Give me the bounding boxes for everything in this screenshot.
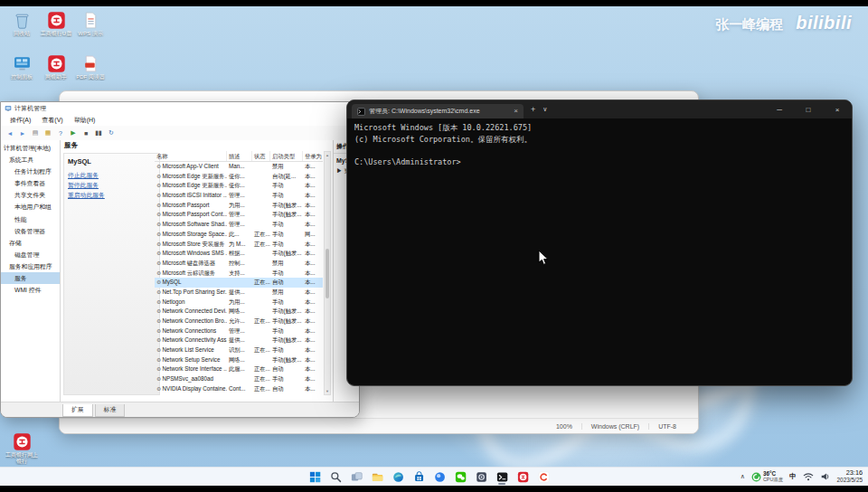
desktop-icon[interactable]: 回收站	[5, 11, 38, 37]
column-header[interactable]: 名称	[155, 151, 227, 161]
browser-taskbar-icon[interactable]	[431, 468, 448, 485]
mmc-toolbar-button[interactable]: ↻	[106, 128, 117, 138]
tree-item[interactable]: 共享文件夹	[1, 189, 60, 201]
service-row[interactable]: ⚙Microsoft Software Shad...管理...手动本...	[155, 220, 323, 230]
column-header[interactable]: 启动类型	[270, 151, 303, 161]
service-row[interactable]: ⚙Microsoft Edge 更新服务...使你...手动本...	[155, 181, 323, 191]
mmc-toolbar-button[interactable]: ▶	[68, 128, 79, 138]
cpu-temp-widget[interactable]: 36°C CPU温度	[751, 471, 783, 482]
scroll-up-icon[interactable]: ▲	[325, 152, 330, 158]
tree-item-services[interactable]: 服务	[1, 272, 60, 284]
file-explorer-taskbar-icon[interactable]	[369, 468, 385, 485]
service-row[interactable]: ⚙Microsoft 云标识服务支持...手动本...	[155, 269, 323, 279]
tray-chevron-up-icon[interactable]: ∧	[741, 473, 745, 480]
tree-item[interactable]: 磁盘管理	[1, 249, 60, 260]
tree-item[interactable]: 任务计划程序	[1, 166, 60, 177]
ime-indicator[interactable]: 中	[789, 472, 797, 481]
service-row[interactable]: ⚙Microsoft Storage Space...此...正在...手动网.…	[155, 230, 323, 240]
mmc-toolbar-button[interactable]: ▮▮	[93, 128, 104, 138]
notepad-encoding[interactable]: UTF-8	[648, 423, 685, 430]
tree-item[interactable]: 计算机管理(本地)	[1, 142, 60, 154]
service-row[interactable]: ⚙Network Store Interface ...此服...正在...自动…	[155, 364, 323, 374]
tree-item[interactable]: 事件查看器	[1, 177, 60, 189]
edge-taskbar-icon[interactable]	[390, 468, 406, 485]
service-row[interactable]: ⚙NPSMSvc_aa080ad正在...手动本...	[155, 374, 323, 384]
mmc-toolbar-button[interactable]: ▦	[42, 128, 53, 138]
notepad-line-ending[interactable]: Windows (CRLF)	[581, 423, 648, 430]
mmc-toolbar-button[interactable]: ?	[55, 128, 66, 138]
service-row[interactable]: ⚙Microsoft iSCSI Initiator ...管理...手动本..…	[155, 191, 323, 201]
terminal-window[interactable]: 管理员: C:\Windows\system32\cmd.exe × + ∨ ─…	[346, 99, 853, 386]
desktop-icon[interactable]: 工商银行网上银行	[5, 432, 38, 465]
column-header[interactable]: 登录为	[303, 151, 323, 161]
volume-icon[interactable]	[820, 471, 831, 482]
scroll-down-icon[interactable]: ▼	[325, 388, 330, 394]
column-header[interactable]: 描述	[227, 151, 252, 161]
service-row[interactable]: ⚙Microsoft Passport为用...手动(触发...本...	[155, 201, 323, 211]
tree-item[interactable]: 存储	[1, 237, 60, 249]
scrollbar-thumb[interactable]	[326, 249, 329, 298]
mmc-menu-item[interactable]: 查看(V)	[36, 116, 68, 125]
service-row[interactable]: ⚙Network Setup Service网络...手动(触发...本...	[155, 355, 323, 365]
view-tab-extended[interactable]: 扩展	[62, 404, 93, 417]
service-row[interactable]: ⚙Network Connectivity Ass...提供...手动(触发..…	[155, 336, 323, 345]
service-row[interactable]: ⚙Net.Tcp Port Sharing Ser...提供...禁用本...	[155, 288, 323, 298]
minimize-button[interactable]: ─	[765, 100, 794, 118]
service-row[interactable]: ⚙NVIDIA Display Containe...Cont...正在...自…	[155, 384, 323, 394]
services-scrollbar[interactable]: ▲ ▼	[324, 151, 331, 395]
terminal-titlebar[interactable]: 管理员: C:\Windows\system32\cmd.exe × + ∨ ─…	[347, 100, 852, 118]
tree-item[interactable]: 本地用户和组	[1, 201, 60, 213]
terminal-tab[interactable]: 管理员: C:\Windows\system32\cmd.exe ×	[352, 104, 524, 118]
task-view-taskbar-icon[interactable]	[348, 468, 364, 485]
desktop-icon[interactable]: 网银助手	[40, 54, 72, 80]
mmc-toolbar-button[interactable]: ■	[80, 128, 91, 138]
service-row[interactable]: ⚙Microsoft Store 安装服务为 M...正在...手动本...	[155, 240, 323, 250]
desktop-icon[interactable]: 工商银行U盾	[40, 11, 72, 37]
service-row[interactable]: ⚙Network List Service识别...正在...手动本...	[155, 345, 323, 355]
terminal-output[interactable]: Microsoft Windows [版本 10.0.22621.675](c)…	[347, 118, 852, 385]
service-row[interactable]: ⚙Network Connections管理...手动本...	[155, 326, 323, 336]
mmc-titlebar[interactable]: 计算机管理	[1, 102, 359, 114]
new-tab-button[interactable]: +	[531, 105, 535, 114]
tab-close-icon[interactable]: ×	[514, 108, 518, 115]
tree-item[interactable]: 服务和应用程序	[1, 260, 60, 272]
service-action-link[interactable]: 重启动此服务	[68, 190, 156, 200]
desktop-icon[interactable]: 控制面板	[5, 54, 38, 80]
tree-item[interactable]: 设备管理器	[1, 225, 60, 237]
desktop-icon[interactable]: WPS 演示	[74, 11, 107, 37]
terminal-taskbar-icon[interactable]	[494, 468, 510, 485]
mmc-toolbar-button[interactable]: ►	[17, 128, 28, 138]
column-header[interactable]: 状态	[252, 151, 270, 161]
service-row[interactable]: ⚙MySQL正在...自动本...	[155, 278, 323, 288]
search-taskbar-icon[interactable]	[327, 468, 344, 485]
computer-management-window[interactable]: 计算机管理 操作(A)查看(V)帮助(H) ◄►▤▦?▶■▮▮↻ 计算机管理(本…	[0, 101, 360, 418]
service-row[interactable]: ⚙Network Connected Devi...网络...手动(触发...本…	[155, 307, 323, 317]
service-row[interactable]: ⚙Network Connection Bro...允许...正在...手动(触…	[155, 317, 323, 326]
notepad-zoom[interactable]: 100%	[547, 423, 581, 430]
wechat-taskbar-icon[interactable]	[452, 468, 468, 485]
close-button[interactable]: ×	[823, 100, 852, 118]
maximize-button[interactable]: □	[794, 100, 823, 118]
tree-item[interactable]: WMI 控件	[1, 284, 60, 296]
network-icon[interactable]	[803, 471, 814, 482]
service-row[interactable]: ⚙Microsoft Edge 更新服务...使你...自动(延...本...	[155, 172, 323, 182]
service-action-link[interactable]: 停止此服务	[68, 170, 156, 180]
service-row[interactable]: ⚙Microsoft Windows SMS ...根据...手动(触发...本…	[155, 249, 323, 259]
csdn-taskbar-icon[interactable]	[535, 468, 552, 485]
taskbar-clock[interactable]: 23:16 2023/5/25	[837, 469, 863, 484]
mmc-toolbar-button[interactable]: ◄	[5, 128, 15, 138]
mmc-menu-item[interactable]: 帮助(H)	[69, 116, 101, 125]
computer-management-taskbar-icon[interactable]	[473, 468, 489, 485]
mmc-menu-item[interactable]: 操作(A)	[5, 116, 36, 125]
mmc-toolbar-button[interactable]: ▤	[30, 128, 41, 138]
desktop-icon[interactable]: PDF 阅读器	[74, 54, 107, 80]
start-taskbar-icon[interactable]	[307, 468, 323, 485]
tab-dropdown-icon[interactable]: ∨	[542, 106, 547, 113]
store-taskbar-icon[interactable]	[410, 468, 427, 485]
service-row[interactable]: ⚙Microsoft Passport Cont...管理...手动(触发...…	[155, 210, 323, 220]
view-tab-standard[interactable]: 标准	[95, 404, 126, 417]
service-row[interactable]: ⚙Microsoft App-V ClientMan...禁用本...	[155, 162, 323, 172]
icbc-taskbar-icon[interactable]	[514, 468, 531, 485]
tree-item[interactable]: 系统工具	[1, 154, 60, 166]
service-action-link[interactable]: 暂停此服务	[68, 180, 156, 190]
